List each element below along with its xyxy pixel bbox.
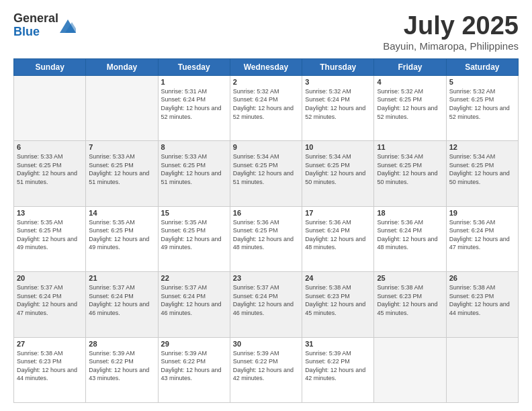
calendar-cell: 25Sunrise: 5:38 AM Sunset: 6:23 PM Dayli… <box>374 272 446 337</box>
day-info: Sunrise: 5:36 AM Sunset: 6:24 PM Dayligh… <box>305 218 371 252</box>
day-number: 5 <box>449 78 515 86</box>
calendar-cell <box>446 337 518 402</box>
calendar: SundayMondayTuesdayWednesdayThursdayFrid… <box>13 58 519 403</box>
day-info: Sunrise: 5:32 AM Sunset: 6:24 PM Dayligh… <box>233 87 299 121</box>
week-row-1: 6Sunrise: 5:33 AM Sunset: 6:25 PM Daylig… <box>14 141 519 206</box>
day-info: Sunrise: 5:36 AM Sunset: 6:24 PM Dayligh… <box>449 218 515 252</box>
calendar-cell: 5Sunrise: 5:32 AM Sunset: 6:25 PM Daylig… <box>446 75 518 140</box>
day-info: Sunrise: 5:38 AM Sunset: 6:23 PM Dayligh… <box>305 283 371 317</box>
day-number: 17 <box>305 209 371 217</box>
calendar-cell: 14Sunrise: 5:35 AM Sunset: 6:25 PM Dayli… <box>86 206 158 271</box>
day-info: Sunrise: 5:37 AM Sunset: 6:24 PM Dayligh… <box>17 283 83 317</box>
day-number: 31 <box>305 340 371 348</box>
logo-icon <box>60 19 76 33</box>
day-info: Sunrise: 5:38 AM Sunset: 6:23 PM Dayligh… <box>377 283 443 317</box>
day-info: Sunrise: 5:34 AM Sunset: 6:25 PM Dayligh… <box>305 152 371 186</box>
calendar-cell: 1Sunrise: 5:31 AM Sunset: 6:24 PM Daylig… <box>158 75 230 140</box>
logo-text: General Blue <box>13 12 58 39</box>
calendar-cell: 30Sunrise: 5:39 AM Sunset: 6:22 PM Dayli… <box>230 337 302 402</box>
calendar-cell: 22Sunrise: 5:37 AM Sunset: 6:24 PM Dayli… <box>158 272 230 337</box>
calendar-cell: 13Sunrise: 5:35 AM Sunset: 6:25 PM Dayli… <box>14 206 86 271</box>
logo-blue: Blue <box>13 26 58 39</box>
day-number: 10 <box>305 143 371 151</box>
weekday-header-friday: Friday <box>374 58 446 75</box>
day-info: Sunrise: 5:36 AM Sunset: 6:24 PM Dayligh… <box>377 218 443 252</box>
day-number: 3 <box>305 78 371 86</box>
day-info: Sunrise: 5:33 AM Sunset: 6:25 PM Dayligh… <box>89 152 154 186</box>
day-info: Sunrise: 5:35 AM Sunset: 6:25 PM Dayligh… <box>89 218 154 252</box>
day-number: 4 <box>377 78 443 86</box>
day-number: 2 <box>233 78 299 86</box>
weekday-header-row: SundayMondayTuesdayWednesdayThursdayFrid… <box>14 58 519 75</box>
calendar-cell: 8Sunrise: 5:33 AM Sunset: 6:25 PM Daylig… <box>158 141 230 206</box>
calendar-cell: 11Sunrise: 5:34 AM Sunset: 6:25 PM Dayli… <box>374 141 446 206</box>
day-number: 24 <box>305 274 371 282</box>
day-number: 6 <box>17 143 83 151</box>
weekday-header-wednesday: Wednesday <box>230 58 302 75</box>
logo-general: General <box>13 12 58 26</box>
day-info: Sunrise: 5:33 AM Sunset: 6:25 PM Dayligh… <box>17 152 83 186</box>
weekday-header-sunday: Sunday <box>14 58 86 75</box>
day-info: Sunrise: 5:38 AM Sunset: 6:23 PM Dayligh… <box>17 349 83 383</box>
calendar-cell: 10Sunrise: 5:34 AM Sunset: 6:25 PM Dayli… <box>302 141 374 206</box>
day-number: 28 <box>89 340 154 348</box>
day-info: Sunrise: 5:35 AM Sunset: 6:25 PM Dayligh… <box>17 218 83 252</box>
day-number: 13 <box>17 209 83 217</box>
calendar-cell: 2Sunrise: 5:32 AM Sunset: 6:24 PM Daylig… <box>230 75 302 140</box>
calendar-cell: 15Sunrise: 5:35 AM Sunset: 6:25 PM Dayli… <box>158 206 230 271</box>
day-number: 11 <box>377 143 443 151</box>
day-number: 21 <box>89 274 154 282</box>
calendar-cell: 6Sunrise: 5:33 AM Sunset: 6:25 PM Daylig… <box>14 141 86 206</box>
day-number: 16 <box>233 209 299 217</box>
day-info: Sunrise: 5:37 AM Sunset: 6:24 PM Dayligh… <box>161 283 227 317</box>
day-number: 18 <box>377 209 443 217</box>
calendar-cell: 31Sunrise: 5:39 AM Sunset: 6:22 PM Dayli… <box>302 337 374 402</box>
day-info: Sunrise: 5:35 AM Sunset: 6:25 PM Dayligh… <box>161 218 227 252</box>
weekday-header-thursday: Thursday <box>302 58 374 75</box>
calendar-cell <box>374 337 446 402</box>
calendar-cell <box>86 75 158 140</box>
weekday-header-monday: Monday <box>86 58 158 75</box>
calendar-cell: 7Sunrise: 5:33 AM Sunset: 6:25 PM Daylig… <box>86 141 158 206</box>
day-number: 25 <box>377 274 443 282</box>
location: Bayuin, Mimaropa, Philippines <box>383 40 519 52</box>
day-number: 7 <box>89 143 154 151</box>
logo: General Blue <box>13 12 76 39</box>
day-info: Sunrise: 5:37 AM Sunset: 6:24 PM Dayligh… <box>233 283 299 317</box>
day-number: 27 <box>17 340 83 348</box>
day-number: 22 <box>161 274 227 282</box>
page: General Blue July 2025 Bayuin, Mimaropa,… <box>0 0 532 411</box>
calendar-cell: 17Sunrise: 5:36 AM Sunset: 6:24 PM Dayli… <box>302 206 374 271</box>
day-info: Sunrise: 5:32 AM Sunset: 6:24 PM Dayligh… <box>305 87 371 121</box>
week-row-0: 1Sunrise: 5:31 AM Sunset: 6:24 PM Daylig… <box>14 75 519 140</box>
day-info: Sunrise: 5:38 AM Sunset: 6:23 PM Dayligh… <box>449 283 515 317</box>
day-info: Sunrise: 5:32 AM Sunset: 6:25 PM Dayligh… <box>377 87 443 121</box>
calendar-cell: 18Sunrise: 5:36 AM Sunset: 6:24 PM Dayli… <box>374 206 446 271</box>
title-block: July 2025 Bayuin, Mimaropa, Philippines <box>383 12 519 52</box>
day-number: 29 <box>161 340 227 348</box>
day-info: Sunrise: 5:34 AM Sunset: 6:25 PM Dayligh… <box>233 152 299 186</box>
day-info: Sunrise: 5:32 AM Sunset: 6:25 PM Dayligh… <box>449 87 515 121</box>
day-info: Sunrise: 5:37 AM Sunset: 6:24 PM Dayligh… <box>89 283 154 317</box>
day-info: Sunrise: 5:34 AM Sunset: 6:25 PM Dayligh… <box>449 152 515 186</box>
day-number: 20 <box>17 274 83 282</box>
month-title: July 2025 <box>383 12 519 40</box>
day-number: 8 <box>161 143 227 151</box>
week-row-4: 27Sunrise: 5:38 AM Sunset: 6:23 PM Dayli… <box>14 337 519 402</box>
weekday-header-tuesday: Tuesday <box>158 58 230 75</box>
day-info: Sunrise: 5:39 AM Sunset: 6:22 PM Dayligh… <box>161 349 227 383</box>
calendar-cell: 3Sunrise: 5:32 AM Sunset: 6:24 PM Daylig… <box>302 75 374 140</box>
calendar-cell: 24Sunrise: 5:38 AM Sunset: 6:23 PM Dayli… <box>302 272 374 337</box>
day-number: 26 <box>449 274 515 282</box>
calendar-cell: 9Sunrise: 5:34 AM Sunset: 6:25 PM Daylig… <box>230 141 302 206</box>
day-info: Sunrise: 5:34 AM Sunset: 6:25 PM Dayligh… <box>377 152 443 186</box>
week-row-3: 20Sunrise: 5:37 AM Sunset: 6:24 PM Dayli… <box>14 272 519 337</box>
weekday-header-saturday: Saturday <box>446 58 518 75</box>
day-info: Sunrise: 5:39 AM Sunset: 6:22 PM Dayligh… <box>89 349 154 383</box>
calendar-cell: 16Sunrise: 5:36 AM Sunset: 6:25 PM Dayli… <box>230 206 302 271</box>
calendar-cell: 21Sunrise: 5:37 AM Sunset: 6:24 PM Dayli… <box>86 272 158 337</box>
day-info: Sunrise: 5:36 AM Sunset: 6:25 PM Dayligh… <box>233 218 299 252</box>
calendar-cell: 27Sunrise: 5:38 AM Sunset: 6:23 PM Dayli… <box>14 337 86 402</box>
calendar-cell: 4Sunrise: 5:32 AM Sunset: 6:25 PM Daylig… <box>374 75 446 140</box>
calendar-cell: 19Sunrise: 5:36 AM Sunset: 6:24 PM Dayli… <box>446 206 518 271</box>
